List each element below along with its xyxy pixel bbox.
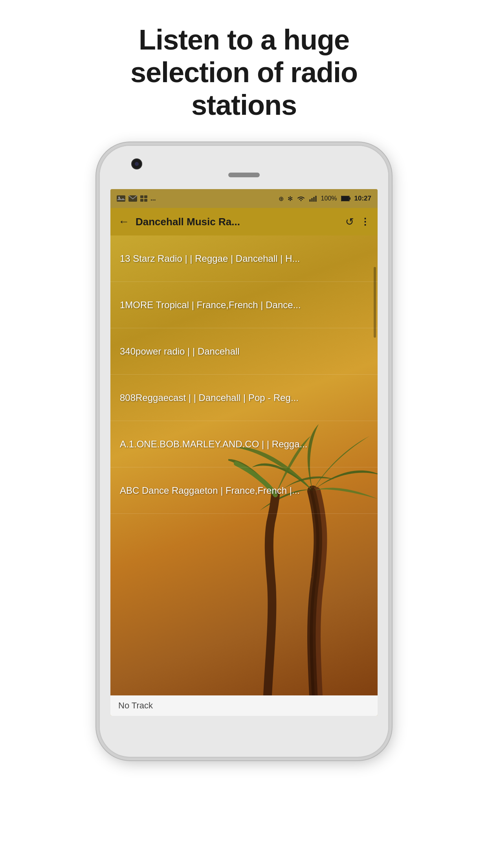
station-item-2[interactable]: 340power radio | | Dancehall bbox=[110, 328, 378, 375]
grid-icon bbox=[140, 195, 147, 202]
back-button[interactable]: ← bbox=[118, 215, 129, 228]
power-button bbox=[389, 272, 389, 303]
earpiece bbox=[228, 173, 260, 177]
app-toolbar: ← Dancehall Music Ra... ↺ ⋮ bbox=[110, 208, 378, 235]
svg-point-2 bbox=[118, 197, 120, 198]
station-name-5: ABC Dance Raggaeton | France,French |... bbox=[120, 485, 300, 496]
svg-rect-4 bbox=[140, 195, 143, 198]
status-more-dots: ... bbox=[150, 195, 156, 202]
more-options-button[interactable]: ⋮ bbox=[360, 216, 370, 227]
time-display: 10:27 bbox=[354, 195, 371, 202]
no-track-label: No Track bbox=[118, 701, 153, 711]
content-area: 13 Starz Radio | | Reggae | Dancehall | … bbox=[110, 235, 378, 695]
signal-icon bbox=[309, 195, 317, 202]
page-title: Listen to a huge selection of radio stat… bbox=[87, 24, 401, 121]
silent-button bbox=[99, 315, 99, 346]
svg-rect-10 bbox=[313, 197, 315, 202]
volume-down-button bbox=[99, 276, 99, 307]
station-name-1: 1MORE Tropical | France,French | Dance..… bbox=[120, 300, 301, 311]
sync-icon: ⊕ bbox=[279, 195, 284, 202]
scrollbar[interactable] bbox=[374, 267, 376, 338]
battery-icon bbox=[341, 196, 350, 201]
mail-icon bbox=[128, 195, 137, 202]
svg-rect-0 bbox=[117, 195, 125, 202]
refresh-button[interactable]: ↺ bbox=[345, 216, 354, 228]
wifi-icon bbox=[297, 195, 305, 202]
bluetooth-icon: ✻ bbox=[288, 195, 293, 202]
station-list: 13 Starz Radio | | Reggae | Dancehall | … bbox=[110, 235, 378, 514]
station-item-3[interactable]: 808Reggaecast | | Dancehall | Pop - Reg.… bbox=[110, 375, 378, 421]
svg-rect-9 bbox=[311, 198, 313, 202]
svg-rect-11 bbox=[315, 196, 317, 202]
phone-frame: ... ⊕ ✻ 100% bbox=[99, 145, 389, 758]
station-name-0: 13 Starz Radio | | Reggae | Dancehall | … bbox=[120, 253, 300, 264]
status-left-icons: ... bbox=[117, 195, 156, 202]
station-item-4[interactable]: A.1.ONE.BOB.MARLEY.AND.CO | | Regga... bbox=[110, 421, 378, 467]
svg-rect-14 bbox=[341, 196, 349, 201]
toolbar-title: Dancehall Music Ra... bbox=[136, 216, 339, 228]
battery-text: 100% bbox=[321, 195, 337, 202]
station-item-5[interactable]: ABC Dance Raggaeton | France,French |... bbox=[110, 467, 378, 514]
station-item-1[interactable]: 1MORE Tropical | France,French | Dance..… bbox=[110, 282, 378, 328]
svg-rect-8 bbox=[309, 199, 311, 202]
front-camera bbox=[131, 158, 142, 169]
station-item-0[interactable]: 13 Starz Radio | | Reggae | Dancehall | … bbox=[110, 235, 378, 282]
volume-up-button bbox=[99, 248, 99, 268]
svg-rect-13 bbox=[349, 197, 350, 200]
status-bar: ... ⊕ ✻ 100% bbox=[110, 189, 378, 208]
image-icon bbox=[117, 195, 125, 202]
station-name-2: 340power radio | | Dancehall bbox=[120, 346, 240, 357]
svg-rect-7 bbox=[144, 199, 147, 202]
status-right-icons: ⊕ ✻ 100% bbox=[279, 195, 371, 202]
phone-screen: ... ⊕ ✻ 100% bbox=[110, 189, 378, 716]
station-name-4: A.1.ONE.BOB.MARLEY.AND.CO | | Regga... bbox=[120, 439, 308, 450]
phone-top bbox=[100, 146, 388, 189]
svg-rect-5 bbox=[144, 195, 147, 198]
svg-rect-6 bbox=[140, 199, 143, 202]
phone-bottom bbox=[100, 716, 388, 755]
phone-wrapper: ... ⊕ ✻ 100% bbox=[0, 145, 488, 868]
bottom-bar: No Track bbox=[110, 695, 378, 716]
station-name-3: 808Reggaecast | | Dancehall | Pop - Reg.… bbox=[120, 392, 299, 403]
